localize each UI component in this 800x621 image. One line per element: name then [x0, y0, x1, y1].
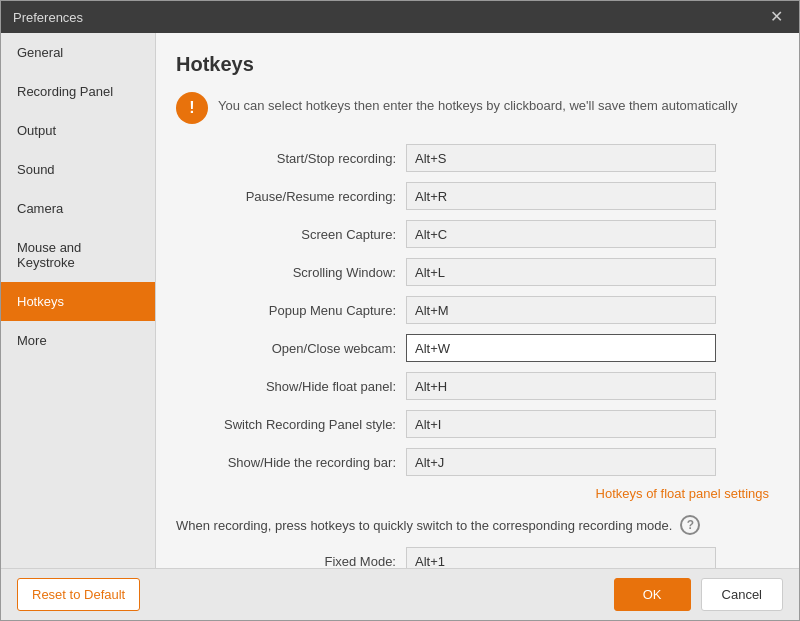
field-start-stop: Start/Stop recording:: [176, 144, 769, 172]
input-scrolling-window[interactable]: [406, 258, 716, 286]
float-panel-link[interactable]: Hotkeys of float panel settings: [596, 486, 769, 501]
footer: Reset to Default OK Cancel: [1, 568, 799, 620]
field-webcam: Open/Close webcam:: [176, 334, 769, 362]
field-scrolling-window: Scrolling Window:: [176, 258, 769, 286]
label-pause-resume: Pause/Resume recording:: [176, 189, 406, 204]
input-recording-bar[interactable]: [406, 448, 716, 476]
sidebar-item-output[interactable]: Output: [1, 111, 155, 150]
page-title: Hotkeys: [176, 53, 769, 76]
input-pause-resume[interactable]: [406, 182, 716, 210]
label-screen-capture: Screen Capture:: [176, 227, 406, 242]
label-scrolling-window: Scrolling Window:: [176, 265, 406, 280]
main-content: Hotkeys ! You can select hotkeys then en…: [156, 33, 799, 568]
field-popup-menu: Popup Menu Capture:: [176, 296, 769, 324]
input-recording-style[interactable]: [406, 410, 716, 438]
sidebar-item-mouse-keystroke[interactable]: Mouse and Keystroke: [1, 228, 155, 282]
cancel-button[interactable]: Cancel: [701, 578, 783, 611]
info-text: You can select hotkeys then enter the ho…: [218, 92, 737, 113]
input-webcam[interactable]: [406, 334, 716, 362]
sidebar-item-camera[interactable]: Camera: [1, 189, 155, 228]
preferences-window: Preferences ✕ General Recording Panel Ou…: [0, 0, 800, 621]
sidebar-item-more[interactable]: More: [1, 321, 155, 360]
input-start-stop[interactable]: [406, 144, 716, 172]
sidebar-item-general[interactable]: General: [1, 33, 155, 72]
content-area: General Recording Panel Output Sound Cam…: [1, 33, 799, 568]
field-screen-capture: Screen Capture:: [176, 220, 769, 248]
field-fixed-mode: Fixed Mode:: [176, 547, 769, 568]
field-pause-resume: Pause/Resume recording:: [176, 182, 769, 210]
input-float-panel[interactable]: [406, 372, 716, 400]
float-panel-link-row: Hotkeys of float panel settings: [176, 486, 769, 501]
label-start-stop: Start/Stop recording:: [176, 151, 406, 166]
label-popup-menu: Popup Menu Capture:: [176, 303, 406, 318]
close-button[interactable]: ✕: [766, 7, 787, 27]
input-screen-capture[interactable]: [406, 220, 716, 248]
label-fixed-mode: Fixed Mode:: [176, 554, 406, 569]
help-icon[interactable]: ?: [680, 515, 700, 535]
label-recording-bar: Show/Hide the recording bar:: [176, 455, 406, 470]
label-float-panel: Show/Hide float panel:: [176, 379, 406, 394]
reset-to-default-button[interactable]: Reset to Default: [17, 578, 140, 611]
input-popup-menu[interactable]: [406, 296, 716, 324]
field-recording-style: Switch Recording Panel style:: [176, 410, 769, 438]
info-box: ! You can select hotkeys then enter the …: [176, 92, 769, 124]
recording-mode-desc: When recording, press hotkeys to quickly…: [176, 515, 769, 535]
footer-right-buttons: OK Cancel: [614, 578, 783, 611]
input-fixed-mode[interactable]: [406, 547, 716, 568]
field-recording-bar: Show/Hide the recording bar:: [176, 448, 769, 476]
ok-button[interactable]: OK: [614, 578, 691, 611]
titlebar: Preferences ✕: [1, 1, 799, 33]
label-recording-style: Switch Recording Panel style:: [176, 417, 406, 432]
info-icon: !: [176, 92, 208, 124]
sidebar-item-hotkeys[interactable]: Hotkeys: [1, 282, 155, 321]
field-float-panel: Show/Hide float panel:: [176, 372, 769, 400]
window-title: Preferences: [13, 10, 83, 25]
label-webcam: Open/Close webcam:: [176, 341, 406, 356]
sidebar-item-recording-panel[interactable]: Recording Panel: [1, 72, 155, 111]
sidebar-item-sound[interactable]: Sound: [1, 150, 155, 189]
sidebar: General Recording Panel Output Sound Cam…: [1, 33, 156, 568]
